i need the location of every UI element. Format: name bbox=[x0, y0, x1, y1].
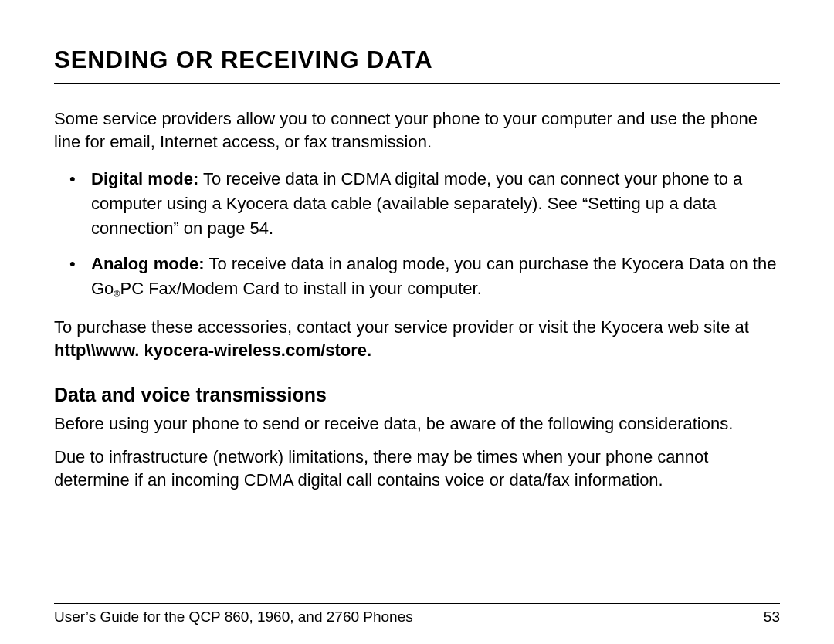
purchase-url: http\\www. kyocera-wireless.com/store. bbox=[54, 341, 371, 360]
purchase-text: To purchase these accessories, contact y… bbox=[54, 317, 749, 337]
analog-mode-text-after: PC Fax/Modem Card to install in your com… bbox=[120, 279, 481, 298]
section-title: SENDING OR RECEIVING DATA bbox=[54, 46, 780, 84]
registered-mark-icon: ® bbox=[114, 289, 120, 298]
intro-paragraph: Some service providers allow you to conn… bbox=[54, 107, 780, 153]
mode-list: Digital mode: To receive data in CDMA di… bbox=[54, 167, 780, 302]
footer-guide-title: User’s Guide for the QCP 860, 1960, and … bbox=[54, 608, 413, 625]
subheading: Data and voice transmissions bbox=[54, 384, 780, 406]
page-footer: User’s Guide for the QCP 860, 1960, and … bbox=[54, 603, 780, 625]
considerations-paragraph: Before using your phone to send or recei… bbox=[54, 412, 780, 436]
limitations-paragraph: Due to infrastructure (network) limitati… bbox=[54, 446, 780, 491]
analog-mode-label: Analog mode: bbox=[91, 254, 205, 273]
purchase-paragraph: To purchase these accessories, contact y… bbox=[54, 316, 780, 361]
digital-mode-label: Digital mode: bbox=[91, 169, 198, 188]
list-item: Digital mode: To receive data in CDMA di… bbox=[91, 167, 780, 241]
list-item: Analog mode: To receive data in analog m… bbox=[91, 252, 780, 302]
page-number: 53 bbox=[764, 608, 780, 625]
